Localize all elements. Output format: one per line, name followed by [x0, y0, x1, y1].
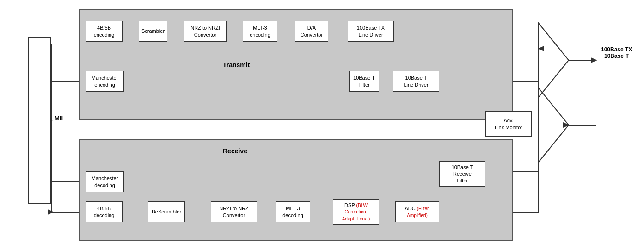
block-nrzi-nrz: NRZI to NRZ Convertor: [211, 201, 257, 222]
block-manchester-dec-label: Manchester decoding: [92, 175, 118, 188]
block-adv-link-monitor: Adv. Link Monitor: [485, 111, 532, 137]
block-nrz-nrzi: NRZ to NRZI Convertor: [184, 21, 227, 42]
block-mlt3-dec: MLT-3 decoding: [276, 201, 310, 222]
block-adc-label: ADC (Filter, Amplifierl): [397, 205, 437, 219]
svg-marker-20: [539, 88, 569, 162]
block-4b5b-encoding-label: 4B/5B encoding: [94, 25, 115, 38]
block-4b5b-encoding: 4B/5B encoding: [86, 21, 123, 42]
right-label-line1: 100Base TX: [601, 46, 632, 53]
block-scrambler-label: Scrambler: [141, 28, 165, 34]
block-10base-recv-filter-label: 10Base T Receive Filter: [452, 164, 473, 184]
block-descrambler: DeScrambler: [148, 201, 185, 222]
block-adv-link-monitor-label: Adv. Link Monitor: [495, 117, 522, 131]
receive-label: Receive: [223, 147, 247, 155]
block-manchester-enc-label: Manchester encoding: [92, 75, 118, 88]
block-10base-t-filter: 10Base T Filter: [349, 71, 379, 92]
block-da-conv-label: D/A Convertor: [301, 25, 323, 38]
block-10base-t-driver: 10Base T Line Driver: [393, 71, 439, 92]
block-100base-tx-driver-label: 100Base TX Line Driver: [357, 25, 385, 38]
block-dsp-label: DSP (BLW Correction, Adapt. Equal): [342, 202, 370, 222]
mii-label: MII: [55, 115, 63, 122]
block-mlt3-enc: MLT-3 encoding: [243, 21, 277, 42]
block-descrambler-label: DeScrambler: [152, 208, 181, 215]
block-mlt3-dec-label: MLT-3 decoding: [282, 205, 303, 219]
block-4b5b-dec: 4B/5B decoding: [86, 201, 123, 222]
block-dsp: DSP (BLW Correction, Adapt. Equal): [333, 199, 379, 225]
transmit-label: Transmit: [223, 61, 250, 69]
block-mlt3-enc-label: MLT-3 encoding: [250, 25, 270, 38]
right-label-line2: 10Base-T: [601, 53, 632, 59]
diagram-container: MII Transmit Receive 4B/5B encoding Scra…: [0, 0, 644, 251]
block-da-conv: D/A Convertor: [295, 21, 328, 42]
block-4b5b-dec-label: 4B/5B decoding: [94, 205, 115, 219]
block-manchester-dec: Manchester decoding: [86, 171, 124, 192]
receive-panel: Receive: [79, 139, 513, 241]
block-adc: ADC (Filter, Amplifierl): [395, 201, 439, 222]
block-10base-recv-filter: 10Base T Receive Filter: [439, 161, 485, 187]
block-nrzi-nrz-label: NRZI to NRZ Convertor: [219, 205, 249, 219]
svg-marker-15: [539, 23, 569, 97]
right-label: 100Base TX 10Base-T: [601, 46, 632, 59]
mii-box: [28, 37, 51, 204]
block-10base-t-filter-label: 10Base T Filter: [353, 75, 375, 88]
block-100base-tx-driver: 100Base TX Line Driver: [348, 21, 394, 42]
block-nrz-nrzi-label: NRZ to NRZI Convertor: [190, 25, 220, 38]
block-manchester-enc: Manchester encoding: [86, 71, 124, 92]
block-10base-t-driver-label: 10Base T Line Driver: [404, 75, 428, 88]
block-scrambler: Scrambler: [139, 21, 167, 42]
